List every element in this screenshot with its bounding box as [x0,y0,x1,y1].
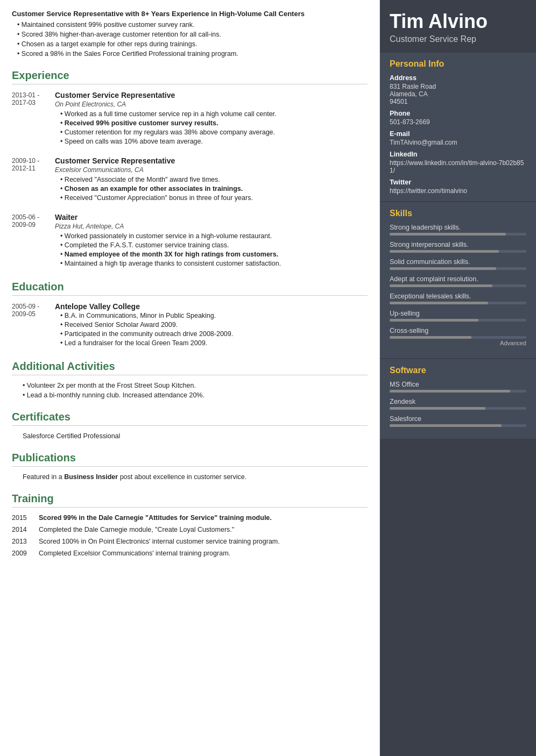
edu-bullet: Received Senior Scholar Award 2009. [60,321,368,329]
software-name: Zendesk [390,398,526,405]
software-name: MS Office [390,381,526,388]
entry-bullet: Chosen as an example for other associate… [60,185,368,192]
entry-date: 2005-09 - 2009-05 [12,302,55,348]
entry-company: Excelsior Communications, CA [55,166,368,174]
activities-list: Volunteer 2x per month at the Frost Stre… [12,382,368,399]
skill-bar-fill [390,319,478,322]
publication-item: Featured in a Business Insider post abou… [12,473,368,481]
skill-bar-bg [390,336,526,339]
phone-label: Phone [390,110,526,117]
experience-entry: 2013-01 - 2017-03Customer Service Repres… [12,91,368,147]
skill-bar-fill [390,284,492,287]
entry-date: 2009-10 - 2012-11 [12,156,55,203]
skills-list: Strong leadership skills.Strong interper… [390,224,526,346]
phone-value: 501-873-2669 [390,118,526,126]
skill-name: Strong interpersonal skills. [390,241,526,248]
summary-section: Customer Service Representative with 8+ … [12,10,368,58]
training-year: 2014 [12,526,39,533]
edu-bullets: B.A. in Communications, Minor in Public … [55,312,368,347]
skill-name: Exceptional telesales skills. [390,293,526,300]
software-name: Salesforce [390,415,526,423]
skill-bar-bg [390,250,526,253]
training-year: 2015 [12,514,39,522]
publications-list: Featured in a Business Insider post abou… [12,473,368,481]
training-text: Completed the Dale Carnegie module, "Cre… [39,526,368,533]
skill-name: Strong leadership skills. [390,224,526,231]
entry-bullet: Worked as a full time customer service r… [60,110,368,118]
activity-item: Volunteer 2x per month at the Frost Stre… [23,382,368,389]
skill-level-label: Advanced [390,340,526,346]
entry-bullet: Maintained a high tip average thanks to … [60,260,368,267]
software-bar-fill [390,390,510,393]
summary-bullet: Scored 38% higher-than-average customer … [17,31,368,38]
entry-jobtitle: Customer Service Representative [55,91,368,99]
skill-bar-fill [390,302,488,304]
training-entry: 2015Scored 99% in the Dale Carnegie "Att… [12,514,368,522]
skill-bar-bg [390,267,526,270]
entry-bullets: Worked passionately in customer service … [55,232,368,267]
entry-content: Antelope Valley CollegeB.A. in Communica… [55,302,368,348]
edu-bullet: Participated in the community outreach d… [60,330,368,338]
training-title: Training [12,493,368,508]
left-panel: Customer Service Representative with 8+ … [0,0,380,756]
entry-content: Customer Service RepresentativeExcelsior… [55,156,368,203]
skill-name: Up-selling [390,310,526,317]
skill-bar-fill [390,336,471,339]
software-title: Software [390,366,526,375]
experience-entry: 2009-10 - 2012-11Customer Service Repres… [12,156,368,203]
software-item: Zendesk [390,398,526,410]
training-entry: 2014Completed the Dale Carnegie module, … [12,526,368,533]
certificates-title: Certificates [12,411,368,426]
skill-bar-fill [390,233,506,236]
entry-bullet: Received "Customer Appreciation" bonus i… [60,194,368,202]
summary-bullet: Maintained consistent 99% positive custo… [17,21,368,28]
education-entry: 2005-09 - 2009-05Antelope Valley College… [12,302,368,348]
skill-item: Adept at complaint resolution. [390,275,526,287]
entry-bullet: Worked passionately in customer service … [60,232,368,240]
twitter-value: https://twitter.com/timalvino [390,187,526,195]
software-bar-fill [390,407,485,410]
skill-bar-bg [390,284,526,287]
skill-item: Exceptional telesales skills. [390,293,526,304]
skills-title: Skills [390,209,526,218]
skill-item: Up-selling [390,310,526,322]
skill-bar-bg [390,319,526,322]
training-entry: 2009Completed Excelsior Communications' … [12,550,368,557]
skill-item: Strong interpersonal skills. [390,241,526,253]
entry-jobtitle: Customer Service Representative [55,156,368,165]
entry-jobtitle: Waiter [55,213,368,222]
software-list: MS OfficeZendeskSalesforce [390,381,526,427]
entry-date: 2005-06 - 2009-09 [12,213,55,269]
certificates-list: Salesforce Certified Professional [12,432,368,440]
activities-title: Additional Activities [12,360,368,375]
summary-list: Maintained consistent 99% positive custo… [12,21,368,58]
email-label: E-mail [390,130,526,138]
email-value: TimTAlvino@gmail.com [390,139,526,146]
skill-bar-bg [390,233,526,236]
skill-bar-fill [390,267,496,270]
certificate-item: Salesforce Certified Professional [12,432,368,440]
right-panel: Tim Alvino Customer Service Rep Personal… [380,0,536,756]
experience-entries: 2013-01 - 2017-03Customer Service Repres… [12,91,368,269]
skill-name: Solid communication skills. [390,258,526,266]
publications-title: Publications [12,452,368,467]
education-title: Education [12,281,368,296]
experience-section: Experience 2013-01 - 2017-03Customer Ser… [12,69,368,269]
publications-section: Publications Featured in a Business Insi… [12,452,368,481]
skill-item: Strong leadership skills. [390,224,526,236]
entry-school: Antelope Valley College [55,302,368,311]
activity-item: Lead a bi-monthly running club. Increase… [23,391,368,399]
software-bar-fill [390,424,502,427]
skills-section: Skills Strong leadership skills.Strong i… [380,202,536,358]
training-year: 2013 [12,538,39,545]
entry-content: WaiterPizza Hut, Antelope, CAWorked pass… [55,213,368,269]
activities-section: Additional Activities Volunteer 2x per m… [12,360,368,399]
entry-company: Pizza Hut, Antelope, CA [55,223,368,230]
entry-content: Customer Service RepresentativeOn Point … [55,91,368,147]
skill-item: Solid communication skills. [390,258,526,270]
summary-bullet: Chosen as a target example for other rep… [17,40,368,48]
training-text: Completed Excelsior Communications' inte… [39,550,368,557]
certificates-section: Certificates Salesforce Certified Profes… [12,411,368,440]
linkedin-value: https://www.linkedin.com/in/tim-alvino-7… [390,159,526,174]
software-bar-bg [390,407,526,410]
